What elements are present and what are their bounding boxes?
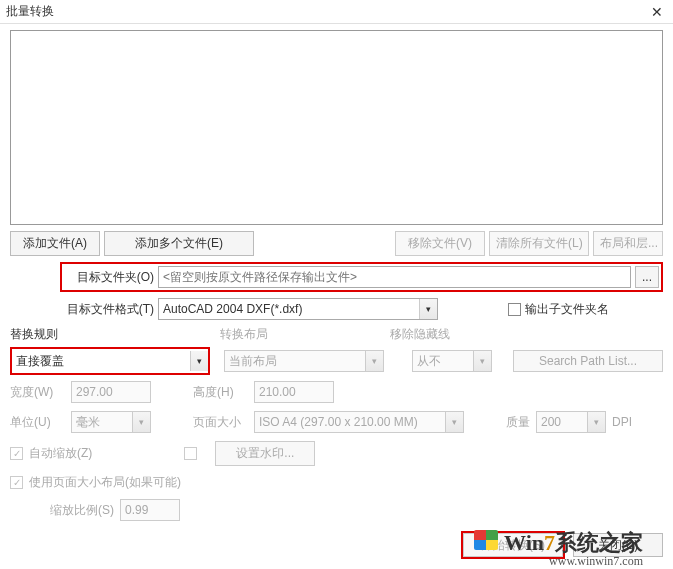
auto-zoom-label: 自动缩放(Z) [29, 445, 92, 462]
autozoom-row: ✓ 自动缩放(Z) 设置水印... [10, 441, 663, 466]
chevron-down-icon: ▾ [365, 351, 383, 371]
content-area: 添加文件(A) 添加多个文件(E) 移除文件(V) 清除所有文件(L) 布局和层… [0, 24, 673, 539]
page-size-value: ISO A4 (297.00 x 210.00 MM) [255, 415, 445, 429]
height-input [254, 381, 334, 403]
convert-layout-value: 当前布局 [225, 353, 365, 370]
target-format-label: 目标文件格式(T) [10, 301, 154, 318]
clear-all-button[interactable]: 清除所有文件(L) [489, 231, 589, 256]
layout-layer-button[interactable]: 布局和层... [593, 231, 663, 256]
target-folder-input[interactable] [158, 266, 631, 288]
dpi-label: DPI [612, 415, 632, 429]
quality-value: 200 [537, 415, 587, 429]
chevron-down-icon: ▾ [445, 412, 463, 432]
page-layout-row: ✓ 使用页面大小布局(如果可能) [10, 474, 663, 491]
file-buttons-row: 添加文件(A) 添加多个文件(E) 移除文件(V) 清除所有文件(L) 布局和层… [10, 231, 663, 256]
quality-label: 质量 [506, 414, 530, 431]
remove-hidden-select: 从不 ▾ [412, 350, 492, 372]
window-title: 批量转换 [6, 3, 647, 20]
search-path-button[interactable]: Search Path List... [513, 350, 663, 372]
output-subfolder-checkbox[interactable] [508, 303, 521, 316]
target-format-row: 目标文件格式(T) AutoCAD 2004 DXF(*.dxf) ▾ 输出子文… [10, 298, 663, 320]
dimensions-row: 宽度(W) 高度(H) [10, 381, 663, 403]
chevron-down-icon: ▾ [132, 412, 150, 432]
close-icon[interactable]: ✕ [647, 4, 667, 20]
page-size-label: 页面大小 [193, 414, 248, 431]
convert-layout-select: 当前布局 ▾ [224, 350, 384, 372]
height-label: 高度(H) [193, 384, 248, 401]
chevron-down-icon: ▾ [473, 351, 491, 371]
titlebar: 批量转换 ✕ [0, 0, 673, 24]
start-highlight: 开始转换(S) [461, 531, 565, 559]
watermark-checkbox [184, 447, 197, 460]
remove-file-button[interactable]: 移除文件(V) [395, 231, 485, 256]
unit-row: 单位(U) 毫米 ▾ 页面大小 ISO A4 (297.00 x 210.00 … [10, 411, 663, 433]
bottom-buttons: 开始转换(S) 关闭(C) [461, 531, 663, 559]
scale-ratio-label: 缩放比例(S) [50, 502, 114, 519]
target-format-value: AutoCAD 2004 DXF(*.dxf) [159, 302, 419, 316]
rule-row: 直接覆盖 ▾ 当前布局 ▾ 从不 ▾ Search Path List... [10, 347, 663, 375]
scale-row: 缩放比例(S) [50, 499, 663, 521]
remove-hidden-value: 从不 [413, 353, 473, 370]
convert-layout-header: 转换布局 [220, 326, 390, 343]
target-folder-label: 目标文件夹(O) [64, 269, 154, 286]
quality-select: 200 ▾ [536, 411, 606, 433]
close-button[interactable]: 关闭(C) [573, 533, 663, 557]
unit-select: 毫米 ▾ [71, 411, 151, 433]
scale-ratio-input [120, 499, 180, 521]
add-file-button[interactable]: 添加文件(A) [10, 231, 100, 256]
file-listbox[interactable] [10, 30, 663, 225]
chevron-down-icon: ▾ [190, 351, 208, 371]
replace-rule-value: 直接覆盖 [12, 353, 190, 370]
target-folder-highlight: 目标文件夹(O) ... [60, 262, 663, 292]
add-multi-button[interactable]: 添加多个文件(E) [104, 231, 254, 256]
browse-button[interactable]: ... [635, 266, 659, 288]
replace-rule-highlight: 直接覆盖 ▾ [10, 347, 210, 375]
width-label: 宽度(W) [10, 384, 65, 401]
target-format-select[interactable]: AutoCAD 2004 DXF(*.dxf) ▾ [158, 298, 438, 320]
set-watermark-button[interactable]: 设置水印... [215, 441, 315, 466]
output-subfolder-label: 输出子文件夹名 [525, 301, 609, 318]
start-button[interactable]: 开始转换(S) [463, 533, 563, 557]
use-page-layout-checkbox: ✓ [10, 476, 23, 489]
replace-rule-select[interactable]: 直接覆盖 ▾ [12, 349, 208, 373]
replace-rule-header: 替换规则 [10, 326, 220, 343]
unit-label: 单位(U) [10, 414, 65, 431]
chevron-down-icon: ▾ [587, 412, 605, 432]
target-folder-row: 目标文件夹(O) ... [10, 262, 663, 292]
width-input [71, 381, 151, 403]
auto-zoom-checkbox: ✓ [10, 447, 23, 460]
chevron-down-icon: ▾ [419, 299, 437, 319]
use-page-layout-label: 使用页面大小布局(如果可能) [29, 474, 181, 491]
remove-hidden-header: 移除隐藏线 [390, 326, 450, 343]
page-size-select: ISO A4 (297.00 x 210.00 MM) ▾ [254, 411, 464, 433]
unit-value: 毫米 [72, 414, 132, 431]
